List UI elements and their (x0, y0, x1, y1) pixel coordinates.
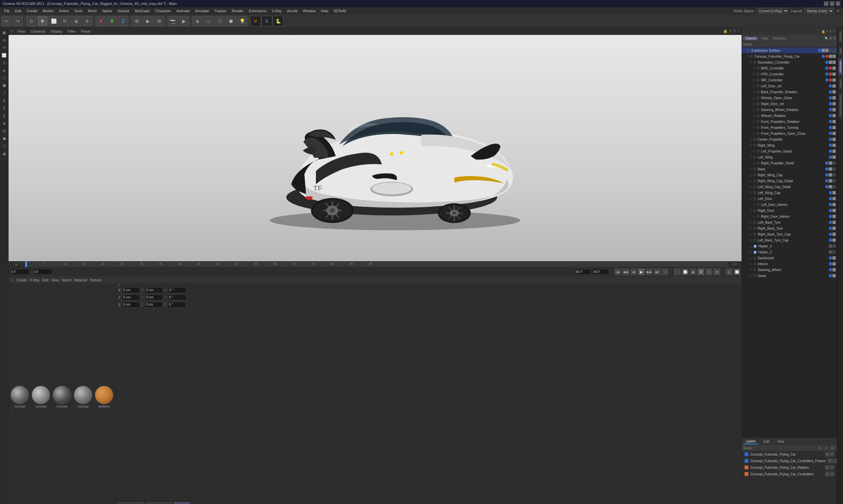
layer-check-4[interactable]: ✓ (830, 472, 835, 476)
obj-back-prop-rot[interactable]: ▷ ⬡ Back_Propeller_Rotation (742, 89, 837, 95)
layer-item-helpers[interactable]: Concept_Futuristic_Flying_Car_Helpers 👁 … (742, 464, 837, 471)
left-tool-11[interactable]: $ (1, 105, 8, 112)
obj-front-prop-rot[interactable]: ▷ ⬡ Front_Propellers_Rotation (742, 119, 837, 125)
menu-select[interactable]: Select (56, 8, 72, 14)
obj-left-door-ctrl[interactable]: ▷ ⬡ Left_Door_ctrl (742, 83, 837, 89)
fr-tab-content[interactable]: Content Browser (838, 92, 843, 119)
scale-button[interactable]: ⬜ (49, 16, 59, 26)
select-live-button[interactable]: ⊙ (26, 16, 37, 26)
left-tool-16[interactable]: ⬠ (1, 143, 8, 150)
layer-vis-2[interactable]: 👁 (827, 458, 832, 463)
mat-menu-material[interactable]: Material (74, 278, 87, 282)
obj-wr-ctrl[interactable]: ▷ ⬡ WR_Controller (742, 77, 837, 83)
layers-tab-edit[interactable]: Edit (761, 439, 772, 444)
menu-help[interactable]: Help (318, 8, 331, 14)
mat-menu-icon[interactable]: ☰ (11, 278, 14, 282)
menu-volume[interactable]: Volume (115, 8, 132, 14)
obj-interior[interactable]: ▷ ⬡ Interior (742, 261, 837, 267)
obj-wheels-oc[interactable]: ▷ ⬡ Wheels_Open_Close (742, 95, 837, 101)
obj-fpr-ctrl[interactable]: ▷ ⬡ FPR_Controller (742, 71, 837, 77)
obj-center-prop[interactable]: ▽ ⬡ Center_Propeller (742, 137, 837, 142)
obj-left-back-tyre[interactable]: ▷ ⬡ Left_Back_Tyre (742, 219, 837, 225)
coord-p-input[interactable] (168, 294, 186, 301)
vp-menu-view[interactable]: View (16, 29, 27, 33)
obj-hepler-2[interactable]: ▷ ⬤ Hepler_2 (742, 249, 837, 255)
obj-left-prop-detail[interactable]: ▷ ⬡ Left_Propeller_Detail (742, 148, 837, 154)
maximize-button[interactable]: □ (830, 1, 835, 6)
prev-frame-button[interactable]: ◀◀ (622, 268, 629, 275)
mode-points[interactable]: · (674, 268, 681, 275)
obj-menu-icon[interactable]: ⚙ (833, 37, 836, 40)
mode-object[interactable]: O (698, 268, 704, 275)
coord-y-input[interactable] (122, 294, 140, 301)
obj-steering-wheel[interactable]: ▷ ⬡ Steering_Wheel (742, 267, 837, 273)
coord-z-input[interactable] (122, 302, 140, 308)
obj-seats[interactable]: ▷ ⬡ Seats (742, 273, 837, 279)
left-tool-6[interactable]: ◈ (1, 67, 8, 74)
close-button[interactable]: × (836, 1, 840, 6)
left-tool-10[interactable]: $ (1, 97, 8, 104)
mode-polys[interactable]: ◆ (690, 268, 696, 275)
fr-tab-layers[interactable]: Layers (838, 77, 843, 91)
fr-tab-attributes[interactable]: Attributes (838, 58, 843, 76)
node-space-select[interactable]: Current (V-Ray) (757, 8, 789, 14)
obj-steering-rot[interactable]: ▷ ⬡ Steering_Wheel_Rotation (742, 107, 837, 113)
left-tool-9[interactable]: ╱ (1, 90, 8, 97)
mat-menu-select[interactable]: Select (61, 278, 72, 282)
obj-right-back-tyre-cap[interactable]: ▷ ⬡ Right_Back_Tyre_Cap (742, 231, 837, 237)
obj-left-wing-cap-detail[interactable]: ▷ ⬡ Left_Wing_Cap_Detail (742, 184, 837, 190)
mode-edges[interactable]: ⬜ (682, 268, 688, 275)
displace-button[interactable]: ◇ (203, 16, 214, 26)
menu-mograph[interactable]: MoGraph (132, 8, 153, 14)
menu-character[interactable]: Character (153, 8, 174, 14)
obj-hepler-4[interactable]: ▷ ⬤ Hepler_4 (742, 243, 837, 249)
left-tool-12[interactable]: $ (1, 112, 8, 120)
layer-vis-4[interactable]: 👁 (825, 472, 829, 476)
x-axis-button[interactable]: X (95, 16, 106, 26)
render-view-button[interactable]: ⚙ (154, 16, 164, 26)
left-tool-5[interactable]: ↻ (1, 59, 8, 67)
lights-button[interactable]: 💡 (237, 16, 247, 26)
menu-render[interactable]: Render (229, 8, 246, 14)
layer-check-3[interactable]: ✓ (830, 465, 835, 470)
minimize-button[interactable]: — (824, 1, 828, 6)
menu-edit[interactable]: Edit (13, 8, 24, 14)
z-axis-button[interactable]: Z (118, 16, 128, 26)
material-item-1[interactable]: Concept (11, 386, 29, 408)
obj-subdivision-surface[interactable]: ▽ ⬡ Subdivision Surface (742, 48, 837, 53)
obj-panel-close[interactable]: × (832, 30, 835, 33)
coord-x2-input[interactable] (145, 287, 163, 293)
obj-tab-bookmarks[interactable]: Bookma... (771, 37, 790, 40)
obj-sec-vis[interactable] (825, 60, 828, 64)
layout-arrow[interactable]: ▼ (836, 8, 840, 14)
obj-tab-tags[interactable]: Tags (759, 37, 770, 40)
obj-dashboard[interactable]: ▷ ⬡ Dashboard (742, 255, 837, 261)
mode-scene[interactable]: S (706, 268, 712, 275)
rotate-button[interactable]: ↻ (60, 16, 70, 26)
menu-3dtoall[interactable]: 3DToAll (331, 8, 349, 14)
obj-tab-objects[interactable]: Objects (743, 37, 758, 40)
obj-wheels-rot[interactable]: ▷ ⬡ Wheels_Rotation (742, 113, 837, 119)
obj-car-vis[interactable] (822, 55, 825, 58)
prev-1frame-button[interactable]: ◀ (630, 268, 637, 275)
layer-check-2[interactable]: ✓ (832, 458, 837, 463)
obj-left-back-tyre-cap[interactable]: ▷ ⬡ Left_Back_Tyre_Cap (742, 237, 837, 243)
play-pause-button[interactable]: ▶ (638, 268, 645, 275)
obj-left-door[interactable]: ▽ ⬡ Left_Door (742, 196, 837, 202)
menu-create[interactable]: Create (24, 8, 40, 14)
material-item-4[interactable]: Concept (74, 386, 92, 408)
script-button[interactable]: S (262, 16, 272, 26)
menu-arnold[interactable]: Arnold (284, 8, 300, 14)
obj-front-prop-turn[interactable]: ▷ ⬡ Front_Propellers_Turning (742, 125, 837, 130)
y-axis-button[interactable]: Y (107, 16, 117, 26)
obj-up-icon[interactable]: ⬆ (826, 30, 828, 33)
obj-ss-vis[interactable] (818, 49, 821, 52)
vray-button[interactable]: V (250, 16, 261, 26)
viewport[interactable]: TF (8, 35, 741, 261)
fr-tab-tags[interactable]: Tags (838, 46, 843, 57)
layer-check-1[interactable]: ✓ (830, 452, 835, 456)
layers-tab-layers[interactable]: Layers (743, 439, 758, 444)
deform-button[interactable]: ◈ (192, 16, 202, 26)
obj-bpr-vis[interactable] (825, 67, 828, 70)
left-tool-7[interactable]: ⬡ (1, 74, 8, 82)
